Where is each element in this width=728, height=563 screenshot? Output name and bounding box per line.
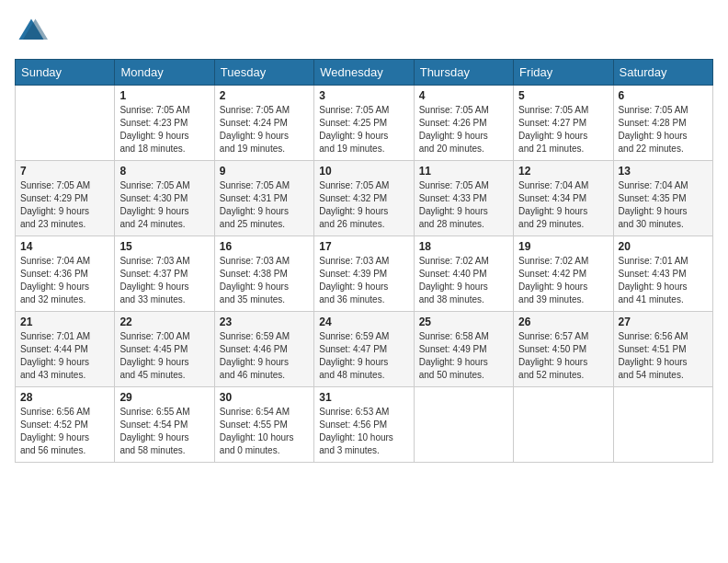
cell-content: Sunrise: 7:05 AM Sunset: 4:32 PM Dayligh… [319, 179, 408, 231]
calendar-cell: 29Sunrise: 6:55 AM Sunset: 4:54 PM Dayli… [115, 387, 214, 463]
calendar-cell: 28Sunrise: 6:56 AM Sunset: 4:52 PM Dayli… [16, 387, 115, 463]
calendar-cell: 8Sunrise: 7:05 AM Sunset: 4:30 PM Daylig… [115, 161, 214, 236]
calendar-cell: 16Sunrise: 7:03 AM Sunset: 4:38 PM Dayli… [214, 236, 313, 312]
calendar-cell [613, 387, 712, 463]
cell-content: Sunrise: 7:05 AM Sunset: 4:33 PM Dayligh… [419, 179, 508, 231]
day-number: 27 [619, 316, 708, 328]
calendar-week-5: 28Sunrise: 6:56 AM Sunset: 4:52 PM Dayli… [16, 387, 713, 463]
day-number: 22 [119, 316, 209, 328]
cell-content: Sunrise: 6:58 AM Sunset: 4:49 PM Dayligh… [419, 330, 508, 382]
cell-content: Sunrise: 6:55 AM Sunset: 4:54 PM Dayligh… [119, 406, 209, 457]
day-number: 23 [220, 316, 309, 328]
cell-content: Sunrise: 7:03 AM Sunset: 4:37 PM Dayligh… [119, 255, 209, 306]
cell-content: Sunrise: 6:56 AM Sunset: 4:52 PM Dayligh… [20, 406, 109, 457]
cell-content: Sunrise: 6:57 AM Sunset: 4:50 PM Dayligh… [518, 330, 608, 382]
calendar-cell: 23Sunrise: 6:59 AM Sunset: 4:46 PM Dayli… [214, 312, 313, 387]
calendar-cell: 2Sunrise: 7:05 AM Sunset: 4:24 PM Daylig… [214, 86, 313, 161]
calendar-cell: 19Sunrise: 7:02 AM Sunset: 4:42 PM Dayli… [514, 236, 613, 312]
cell-content: Sunrise: 6:59 AM Sunset: 4:46 PM Dayligh… [220, 330, 309, 382]
calendar-cell: 7Sunrise: 7:05 AM Sunset: 4:29 PM Daylig… [16, 161, 115, 236]
calendar-table: SundayMondayTuesdayWednesdayThursdayFrid… [15, 59, 713, 463]
day-number: 8 [119, 165, 209, 178]
day-number: 31 [319, 391, 408, 404]
cell-content: Sunrise: 7:05 AM Sunset: 4:31 PM Dayligh… [220, 179, 309, 231]
cell-content: Sunrise: 7:03 AM Sunset: 4:39 PM Dayligh… [319, 255, 408, 306]
logo [15, 15, 51, 48]
weekday-header-friday: Friday [514, 60, 613, 86]
calendar-week-4: 21Sunrise: 7:01 AM Sunset: 4:44 PM Dayli… [16, 312, 713, 387]
day-number: 20 [619, 240, 708, 253]
calendar-cell: 17Sunrise: 7:03 AM Sunset: 4:39 PM Dayli… [314, 236, 414, 312]
calendar-cell: 25Sunrise: 6:58 AM Sunset: 4:49 PM Dayli… [414, 312, 513, 387]
weekday-header-tuesday: Tuesday [214, 60, 313, 86]
day-number: 9 [220, 165, 309, 178]
cell-content: Sunrise: 6:59 AM Sunset: 4:47 PM Dayligh… [319, 330, 408, 382]
cell-content: Sunrise: 7:04 AM Sunset: 4:34 PM Dayligh… [518, 179, 608, 231]
calendar-week-1: 1Sunrise: 7:05 AM Sunset: 4:23 PM Daylig… [16, 86, 713, 161]
day-number: 14 [20, 240, 109, 253]
calendar-header: SundayMondayTuesdayWednesdayThursdayFrid… [16, 60, 713, 86]
day-number: 24 [319, 316, 408, 328]
cell-content: Sunrise: 7:03 AM Sunset: 4:38 PM Dayligh… [220, 255, 309, 306]
cell-content: Sunrise: 6:56 AM Sunset: 4:51 PM Dayligh… [619, 330, 708, 382]
cell-content: Sunrise: 7:05 AM Sunset: 4:24 PM Dayligh… [220, 104, 309, 155]
day-number: 10 [319, 165, 408, 178]
calendar-cell: 3Sunrise: 7:05 AM Sunset: 4:25 PM Daylig… [314, 86, 414, 161]
calendar-cell: 5Sunrise: 7:05 AM Sunset: 4:27 PM Daylig… [514, 86, 613, 161]
calendar-body: 1Sunrise: 7:05 AM Sunset: 4:23 PM Daylig… [16, 86, 713, 463]
calendar-cell [414, 387, 513, 463]
calendar-cell: 21Sunrise: 7:01 AM Sunset: 4:44 PM Dayli… [16, 312, 115, 387]
calendar-cell: 20Sunrise: 7:01 AM Sunset: 4:43 PM Dayli… [613, 236, 712, 312]
cell-content: Sunrise: 7:01 AM Sunset: 4:44 PM Dayligh… [20, 330, 109, 382]
cell-content: Sunrise: 7:02 AM Sunset: 4:40 PM Dayligh… [419, 255, 508, 306]
day-number: 13 [619, 165, 708, 178]
calendar-cell [514, 387, 613, 463]
day-number: 6 [619, 89, 708, 102]
logo-icon [15, 15, 48, 48]
cell-content: Sunrise: 6:53 AM Sunset: 4:56 PM Dayligh… [319, 406, 408, 457]
cell-content: Sunrise: 7:05 AM Sunset: 4:23 PM Dayligh… [119, 104, 209, 155]
day-number: 29 [119, 391, 209, 404]
weekday-header-wednesday: Wednesday [314, 60, 414, 86]
calendar-cell: 26Sunrise: 6:57 AM Sunset: 4:50 PM Dayli… [514, 312, 613, 387]
day-number: 4 [419, 89, 508, 102]
day-number: 3 [319, 89, 408, 102]
day-number: 5 [518, 89, 608, 102]
day-number: 15 [119, 240, 209, 253]
page-header [15, 15, 713, 48]
weekday-header-saturday: Saturday [613, 60, 712, 86]
calendar-cell: 22Sunrise: 7:00 AM Sunset: 4:45 PM Dayli… [115, 312, 214, 387]
header-row: SundayMondayTuesdayWednesdayThursdayFrid… [16, 60, 713, 86]
day-number: 16 [220, 240, 309, 253]
calendar-cell: 12Sunrise: 7:04 AM Sunset: 4:34 PM Dayli… [514, 161, 613, 236]
day-number: 1 [119, 89, 209, 102]
cell-content: Sunrise: 7:05 AM Sunset: 4:29 PM Dayligh… [20, 179, 109, 231]
cell-content: Sunrise: 7:04 AM Sunset: 4:36 PM Dayligh… [20, 255, 109, 306]
calendar-cell: 27Sunrise: 6:56 AM Sunset: 4:51 PM Dayli… [613, 312, 712, 387]
day-number: 26 [518, 316, 608, 328]
calendar-cell: 18Sunrise: 7:02 AM Sunset: 4:40 PM Dayli… [414, 236, 513, 312]
weekday-header-thursday: Thursday [414, 60, 513, 86]
day-number: 17 [319, 240, 408, 253]
day-number: 2 [220, 89, 309, 102]
cell-content: Sunrise: 7:02 AM Sunset: 4:42 PM Dayligh… [518, 255, 608, 306]
cell-content: Sunrise: 7:05 AM Sunset: 4:27 PM Dayligh… [518, 104, 608, 155]
calendar-cell: 13Sunrise: 7:04 AM Sunset: 4:35 PM Dayli… [613, 161, 712, 236]
cell-content: Sunrise: 7:05 AM Sunset: 4:26 PM Dayligh… [419, 104, 508, 155]
day-number: 19 [518, 240, 608, 253]
weekday-header-sunday: Sunday [16, 60, 115, 86]
day-number: 21 [20, 316, 109, 328]
cell-content: Sunrise: 6:54 AM Sunset: 4:55 PM Dayligh… [220, 406, 309, 457]
cell-content: Sunrise: 7:00 AM Sunset: 4:45 PM Dayligh… [119, 330, 209, 382]
calendar-cell: 10Sunrise: 7:05 AM Sunset: 4:32 PM Dayli… [314, 161, 414, 236]
calendar-cell: 15Sunrise: 7:03 AM Sunset: 4:37 PM Dayli… [115, 236, 214, 312]
day-number: 12 [518, 165, 608, 178]
calendar-cell: 9Sunrise: 7:05 AM Sunset: 4:31 PM Daylig… [214, 161, 313, 236]
calendar-cell: 1Sunrise: 7:05 AM Sunset: 4:23 PM Daylig… [115, 86, 214, 161]
day-number: 7 [20, 165, 109, 178]
day-number: 30 [220, 391, 309, 404]
day-number: 11 [419, 165, 508, 178]
day-number: 25 [419, 316, 508, 328]
calendar-week-3: 14Sunrise: 7:04 AM Sunset: 4:36 PM Dayli… [16, 236, 713, 312]
cell-content: Sunrise: 7:04 AM Sunset: 4:35 PM Dayligh… [619, 179, 708, 231]
